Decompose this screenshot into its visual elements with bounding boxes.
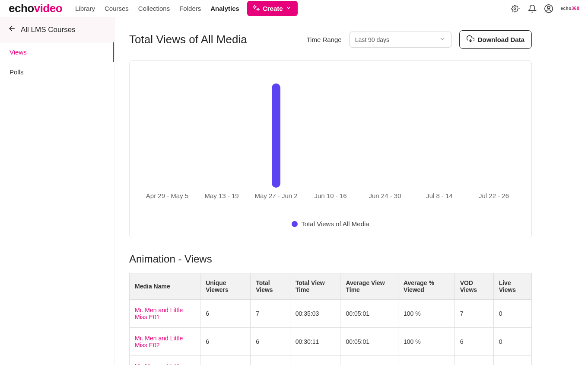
- views-table: Media NameUnique ViewersTotal ViewsTotal…: [129, 273, 532, 365]
- table-header-cell[interactable]: Media Name: [130, 273, 200, 300]
- table-cell: 6: [251, 356, 290, 365]
- table-row: Mr. Men and Little Miss E026600:30:1100:…: [130, 328, 532, 356]
- chart-area: Apr 29 - May 5May 13 - 19May 27 - Jun 2J…: [140, 75, 521, 207]
- table-body: Mr. Men and Little Miss E016700:35:0300:…: [130, 300, 532, 365]
- download-icon: [467, 35, 474, 44]
- table-cell: 0: [493, 300, 531, 328]
- table-header-cell[interactable]: Average % Viewed: [398, 273, 455, 300]
- table-row: Mr. Men and Little Miss E016700:35:0300:…: [130, 300, 532, 328]
- brand-small: echo360: [560, 6, 579, 11]
- media-name-cell[interactable]: Mr. Men and Little Miss E02: [130, 328, 200, 356]
- legend-label: Total Views of All Media: [301, 220, 369, 227]
- magic-icon: [253, 4, 260, 13]
- nav-courses[interactable]: Courses: [105, 5, 129, 12]
- time-range-select[interactable]: Last 90 days: [350, 32, 451, 48]
- table-cell: 6: [251, 328, 290, 356]
- table-wrapper: Media NameUnique ViewersTotal ViewsTotal…: [129, 273, 532, 365]
- table-cell: 100 %: [398, 356, 455, 365]
- table-cell: 0: [493, 328, 531, 356]
- x-tick-label: Apr 29 - May 5: [140, 192, 194, 199]
- sidebar-item-polls[interactable]: Polls: [0, 62, 114, 82]
- page-title: Total Views of All Media: [129, 33, 299, 46]
- table-cell: 00:05:01: [340, 300, 398, 328]
- create-label: Create: [263, 5, 283, 12]
- main-content: Total Views of All Media Time Range Last…: [114, 17, 547, 365]
- table-cell: 00:35:03: [290, 300, 340, 328]
- table-header-cell[interactable]: Unique Viewers: [200, 273, 251, 300]
- table-cell: 0: [493, 356, 531, 365]
- table-header-cell[interactable]: Total Views: [251, 273, 290, 300]
- table-header-cell[interactable]: Average View Time: [340, 273, 398, 300]
- media-name-cell[interactable]: Mr. Men and Little Miss E01: [130, 300, 200, 328]
- table-title: Animation - Views: [129, 253, 532, 265]
- x-tick-label: May 27 - Jun 2: [249, 192, 303, 199]
- table-cell: 7: [251, 300, 290, 328]
- svg-point-0: [514, 7, 516, 9]
- table-cell: 6: [455, 356, 493, 365]
- x-tick-label: Jul 22 - 26: [467, 192, 521, 199]
- table-cell: 6: [455, 328, 493, 356]
- create-button[interactable]: Create: [247, 1, 298, 16]
- chart-xlabels: Apr 29 - May 5May 13 - 19May 27 - Jun 2J…: [140, 192, 521, 199]
- table-header-row: Media NameUnique ViewersTotal ViewsTotal…: [130, 273, 532, 300]
- table-header-cell[interactable]: VOD Views: [455, 273, 493, 300]
- logo-part1: echo: [9, 2, 34, 15]
- download-label: Download Data: [478, 36, 524, 43]
- x-tick-label: May 13 - 19: [194, 192, 249, 199]
- table-row: Mr. Men and Little Miss E036600:30:0000:…: [130, 356, 532, 365]
- nav-folders[interactable]: Folders: [179, 5, 201, 12]
- topbar-right: echo360: [511, 4, 579, 13]
- nav-library[interactable]: Library: [75, 5, 95, 12]
- table-cell: 00:05:00: [340, 356, 398, 365]
- table-cell: 6: [200, 328, 251, 356]
- sidebar-back[interactable]: All LMS Courses: [0, 17, 114, 42]
- logo-part2: video: [34, 2, 62, 15]
- time-range-label: Time Range: [307, 36, 342, 43]
- svg-point-2: [548, 6, 550, 9]
- nav-analytics[interactable]: Analytics: [210, 5, 239, 12]
- logo[interactable]: echovideo: [9, 2, 62, 15]
- bar[interactable]: [272, 83, 280, 188]
- nav-collections[interactable]: Collections: [138, 5, 170, 12]
- gear-icon[interactable]: [511, 4, 521, 13]
- table-cell: 6: [200, 356, 251, 365]
- download-button[interactable]: Download Data: [459, 30, 532, 49]
- topbar: echovideo Library Courses Collections Fo…: [0, 0, 588, 17]
- table-cell: 6: [200, 300, 251, 328]
- x-tick-label: Jul 8 - 14: [412, 192, 467, 199]
- table-cell: 100 %: [398, 300, 455, 328]
- bar-col: [249, 83, 303, 188]
- chart-legend: Total Views of All Media: [140, 220, 521, 227]
- chevron-down-icon: [286, 5, 292, 12]
- table-header-cell[interactable]: Total View Time: [290, 273, 340, 300]
- sidebar-item-views[interactable]: Views: [0, 42, 114, 62]
- table-header-cell[interactable]: Live Views: [493, 273, 531, 300]
- select-value: Last 90 days: [355, 36, 389, 43]
- user-icon[interactable]: [544, 4, 553, 13]
- chart-bars: [140, 75, 521, 188]
- nav-links: Library Courses Collections Folders Anal…: [75, 5, 239, 12]
- table-cell: 00:05:01: [340, 328, 398, 356]
- table-cell: 7: [455, 300, 493, 328]
- legend-dot-icon: [292, 221, 298, 227]
- x-tick-label: Jun 10 - 16: [303, 192, 358, 199]
- x-tick-label: Jun 24 - 30: [358, 192, 412, 199]
- sidebar: All LMS Courses Views Polls: [0, 17, 114, 365]
- table-cell: 00:30:11: [290, 328, 340, 356]
- sidebar-back-label: All LMS Courses: [21, 26, 76, 34]
- arrow-left-icon: [8, 24, 16, 35]
- table-cell: 00:30:00: [290, 356, 340, 365]
- chevron-down-icon: [439, 35, 446, 44]
- media-name-cell[interactable]: Mr. Men and Little Miss E03: [130, 356, 200, 365]
- page-header: Total Views of All Media Time Range Last…: [129, 30, 532, 49]
- table-cell: 100 %: [398, 328, 455, 356]
- chart-card: Apr 29 - May 5May 13 - 19May 27 - Jun 2J…: [129, 60, 532, 238]
- bell-icon[interactable]: [528, 4, 537, 13]
